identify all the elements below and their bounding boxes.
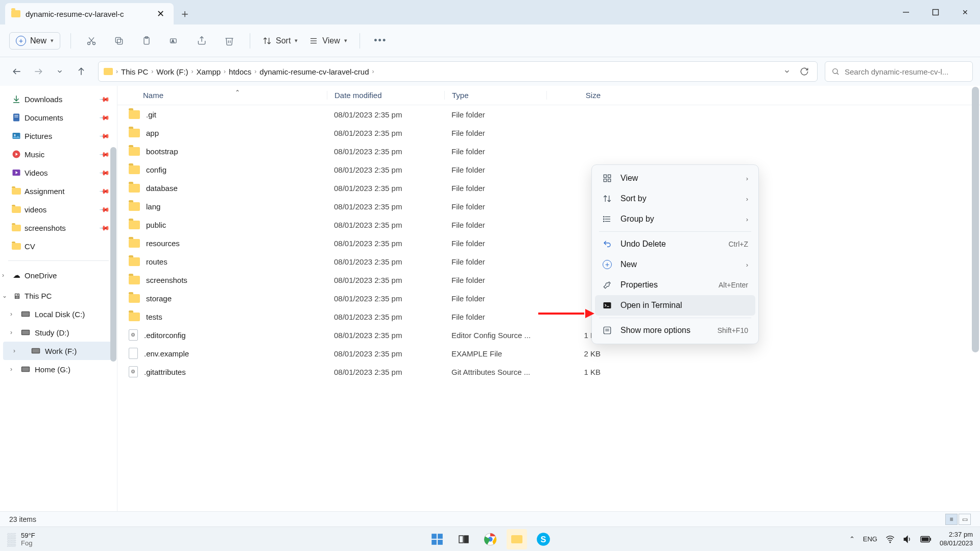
wifi-icon[interactable]: [886, 535, 895, 544]
close-window-button[interactable]: ✕: [950, 0, 980, 25]
sidebar-item-label: Local Disk (C:): [35, 310, 85, 319]
sidebar-item[interactable]: CV: [0, 237, 117, 255]
close-tab-icon[interactable]: ✕: [153, 7, 168, 21]
sidebar-scrollbar[interactable]: [110, 147, 116, 362]
search-input[interactable]: [845, 67, 966, 76]
volume-icon[interactable]: [903, 535, 912, 544]
sidebar-item[interactable]: Downloads📌: [0, 90, 117, 108]
table-row[interactable]: database08/01/2023 2:35 pmFile folder: [117, 179, 980, 197]
share-icon[interactable]: [192, 31, 212, 51]
clock[interactable]: 2:37 pm 08/01/2023: [940, 531, 973, 548]
chevron-down-icon[interactable]: ⌄: [2, 292, 10, 299]
sidebar-item[interactable]: Assignment📌: [0, 182, 117, 200]
start-button[interactable]: [427, 529, 447, 549]
table-row[interactable]: .editorconfig08/01/2023 2:35 pmEditor Co…: [117, 326, 980, 344]
more-icon[interactable]: •••: [370, 31, 391, 51]
chevron-right-icon[interactable]: ›: [2, 272, 10, 279]
column-header-type[interactable]: Type: [444, 91, 546, 100]
sidebar-item[interactable]: screenshots📌: [0, 219, 117, 237]
recent-dropdown[interactable]: [50, 62, 69, 81]
svg-point-67: [604, 221, 605, 222]
column-header-date[interactable]: Date modified: [327, 91, 444, 100]
sidebar-item[interactable]: videos📌: [0, 200, 117, 219]
details-view-toggle[interactable]: ≡: [945, 514, 958, 525]
icons-view-toggle[interactable]: ▭: [959, 514, 971, 525]
sidebar-item[interactable]: Music📌: [0, 145, 117, 163]
window-tab[interactable]: dynamic-resume-cv-laravel-c ✕: [5, 3, 174, 25]
context-menu-item[interactable]: +New›: [595, 254, 755, 275]
paste-icon[interactable]: [136, 31, 157, 51]
context-menu-item[interactable]: Group by›: [595, 209, 755, 229]
view-button[interactable]: View ▾: [307, 36, 349, 45]
up-button[interactable]: [71, 62, 91, 81]
chevron-down-icon[interactable]: [780, 68, 794, 75]
breadcrumb-segment[interactable]: dynamic-resume-cv-laravel-crud: [259, 67, 369, 76]
copy-icon[interactable]: [109, 31, 129, 51]
config-file-icon: [129, 366, 138, 377]
table-row[interactable]: bootstrap08/01/2023 2:35 pmFile folder: [117, 142, 980, 160]
sidebar-item-drive[interactable]: ›Local Disk (C:): [0, 305, 117, 323]
back-button[interactable]: [7, 62, 27, 81]
search-box[interactable]: [825, 61, 973, 82]
table-row[interactable]: app08/01/2023 2:35 pmFile folder: [117, 124, 980, 142]
table-row[interactable]: config08/01/2023 2:35 pmFile folder: [117, 160, 980, 179]
context-menu-item[interactable]: Sort by›: [595, 188, 755, 209]
table-row[interactable]: .env.example08/01/2023 2:35 pmEXAMPLE Fi…: [117, 344, 980, 363]
table-row[interactable]: .gitattributes08/01/2023 2:35 pmGit Attr…: [117, 363, 980, 381]
maximize-button[interactable]: [921, 0, 950, 25]
breadcrumb-segment[interactable]: Xampp: [197, 67, 221, 76]
tray-chevron-icon[interactable]: ⌃: [849, 535, 855, 543]
sidebar-item-onedrive[interactable]: › ☁ OneDrive: [0, 266, 117, 284]
sidebar-item-drive[interactable]: ›Study (D:): [0, 323, 117, 342]
address-bar[interactable]: › This PC › Work (F:) › Xampp › htdocs ›…: [98, 61, 818, 82]
taskview-icon[interactable]: [453, 529, 474, 549]
sidebar-item[interactable]: Videos📌: [0, 163, 117, 182]
rename-icon[interactable]: A: [164, 31, 184, 51]
sort-button[interactable]: Sort ▾: [260, 36, 300, 45]
new-tab-button[interactable]: ＋: [174, 3, 196, 25]
chevron-right-icon[interactable]: ›: [13, 347, 21, 354]
sidebar-item[interactable]: Documents📌: [0, 108, 117, 127]
table-row[interactable]: storage08/01/2023 2:35 pmFile folder: [117, 289, 980, 307]
language-indicator[interactable]: ENG: [863, 535, 877, 543]
table-row[interactable]: .git08/01/2023 2:35 pmFile folder: [117, 105, 980, 124]
context-menu-item[interactable]: Open in Terminal: [595, 295, 755, 316]
table-row[interactable]: public08/01/2023 2:35 pmFile folder: [117, 215, 980, 234]
sidebar-item-thispc[interactable]: ⌄ 🖥 This PC: [0, 286, 117, 305]
battery-icon[interactable]: [920, 536, 931, 543]
breadcrumb-segment[interactable]: htdocs: [229, 67, 251, 76]
svg-marker-52: [904, 536, 907, 542]
sidebar-item-drive[interactable]: ›Work (F:): [3, 342, 114, 360]
table-row[interactable]: resources08/01/2023 2:35 pmFile folder: [117, 234, 980, 252]
table-row[interactable]: lang08/01/2023 2:35 pmFile folder: [117, 197, 980, 215]
weather-widget[interactable]: ▒ 59°F Fog: [7, 532, 35, 547]
drive-icon: [20, 366, 31, 373]
refresh-icon[interactable]: [797, 67, 812, 76]
context-menu-item[interactable]: Undo DeleteCtrl+Z: [595, 234, 755, 254]
column-header-name[interactable]: Name ⌃: [117, 91, 327, 100]
breadcrumb-segment[interactable]: Work (F:): [156, 67, 188, 76]
chevron-right-icon[interactable]: ›: [10, 366, 18, 373]
sidebar-item[interactable]: Pictures📌: [0, 127, 117, 145]
chevron-down-icon: ▾: [295, 37, 298, 44]
column-header-size[interactable]: Size: [546, 91, 613, 100]
chrome-icon[interactable]: [480, 529, 500, 549]
forward-button[interactable]: [29, 62, 48, 81]
table-row[interactable]: screenshots08/01/2023 2:35 pmFile folder: [117, 271, 980, 289]
new-button[interactable]: + New ▾: [9, 32, 60, 50]
chevron-right-icon[interactable]: ›: [10, 329, 18, 336]
skype-icon[interactable]: S: [533, 529, 554, 549]
sidebar-item-drive[interactable]: ›Home (G:): [0, 360, 117, 378]
chevron-right-icon[interactable]: ›: [10, 310, 18, 318]
context-menu-item[interactable]: PropertiesAlt+Enter: [595, 275, 755, 295]
delete-icon[interactable]: [219, 31, 240, 51]
context-menu-item[interactable]: View›: [595, 168, 755, 188]
explorer-icon[interactable]: [507, 529, 527, 549]
breadcrumb-segment[interactable]: This PC: [121, 67, 148, 76]
table-row[interactable]: tests08/01/2023 2:35 pmFile folder: [117, 307, 980, 326]
minimize-button[interactable]: [891, 0, 921, 25]
context-menu-item[interactable]: Show more optionsShift+F10: [595, 320, 755, 341]
filelist-scrollbar[interactable]: [972, 87, 979, 352]
table-row[interactable]: routes08/01/2023 2:35 pmFile folder: [117, 252, 980, 271]
cut-icon[interactable]: [81, 31, 102, 51]
